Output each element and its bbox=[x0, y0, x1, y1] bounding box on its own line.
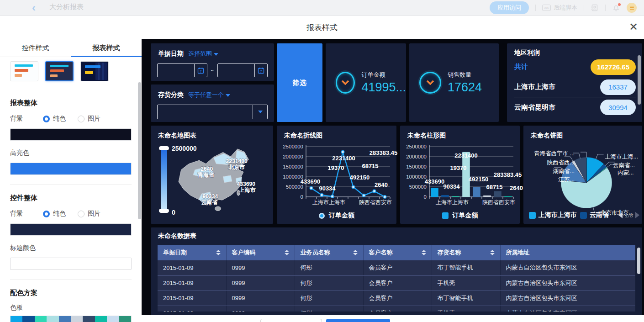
theme-thumbnail-deep[interactable] bbox=[80, 61, 109, 81]
radio-image[interactable]: 图片 bbox=[78, 210, 100, 218]
pie-legend-item[interactable]: 上海市上海市 bbox=[529, 211, 577, 219]
table-cell: 内蒙古自治区包头市东河区 bbox=[500, 306, 635, 311]
tab-report-style[interactable]: 报表样式 bbox=[71, 39, 142, 57]
palette-color[interactable] bbox=[22, 316, 34, 322]
bar-chart-title: 未命名柱形图 bbox=[400, 126, 520, 140]
palette-label: 色板 bbox=[10, 304, 132, 312]
svg-text:1500000: 1500000 bbox=[283, 164, 303, 169]
notification-bell-icon[interactable] bbox=[612, 4, 620, 12]
legend-square-marker bbox=[442, 212, 449, 219]
svg-text:492150: 492150 bbox=[350, 174, 370, 181]
sidebar-scrollbar[interactable] bbox=[138, 82, 141, 219]
pie-legend-item[interactable]: 云南省昆明市 bbox=[580, 211, 608, 219]
calendar-icon[interactable]: 7 bbox=[194, 64, 207, 77]
confirm-button[interactable] bbox=[326, 319, 390, 322]
highlight-color-swatch[interactable] bbox=[10, 163, 132, 175]
sort-icon[interactable] bbox=[216, 250, 221, 255]
table-column-header[interactable]: 客户名称 bbox=[363, 245, 432, 260]
category-mode-dropdown[interactable]: 等于任意一个 bbox=[188, 91, 230, 99]
category-select[interactable] bbox=[157, 105, 268, 119]
title-color-input[interactable] bbox=[10, 258, 132, 270]
user-avatar[interactable] bbox=[627, 3, 637, 13]
filter-button[interactable]: 筛选 bbox=[277, 43, 322, 122]
radio-solid-color[interactable]: 纯色 bbox=[43, 115, 66, 123]
backend-script-button[interactable]: </> 后端脚本 bbox=[542, 4, 577, 12]
table-column-header[interactable]: 存货名称 bbox=[432, 245, 500, 260]
palette-color[interactable] bbox=[71, 316, 83, 322]
svg-text:283383.45: 283383.45 bbox=[370, 149, 397, 156]
date-end-input[interactable]: 7 bbox=[217, 63, 268, 77]
palette-color[interactable] bbox=[11, 316, 22, 322]
sidebar-tabs: 控件样式 报表样式 bbox=[0, 39, 142, 57]
legend-label: 订单金额 bbox=[329, 211, 354, 220]
pagination-prev-icon[interactable] bbox=[618, 212, 623, 218]
control-bg-color-swatch[interactable] bbox=[10, 223, 132, 236]
close-icon[interactable]: ✕ bbox=[629, 21, 638, 33]
report-bg-color-swatch[interactable] bbox=[10, 128, 132, 141]
svg-text:0: 0 bbox=[301, 194, 303, 200]
radio-solid-label: 纯色 bbox=[53, 115, 66, 123]
table-cell: 会员客户 bbox=[363, 275, 432, 290]
sort-icon[interactable] bbox=[285, 250, 289, 255]
table-cell: 内蒙古自治区包头市东河区 bbox=[500, 275, 635, 290]
palette-color[interactable] bbox=[35, 316, 47, 322]
category-mode-label: 等于任意一个 bbox=[188, 91, 224, 98]
table-column-header[interactable]: 单据日期 bbox=[158, 245, 226, 260]
table-column-header[interactable]: 业务员名称 bbox=[295, 245, 363, 260]
table-row[interactable]: 2015-01-090999何彤会员客户手机壳内蒙古自治区包头市东河区 bbox=[158, 275, 635, 290]
pie-chart-title: 未命名饼图 bbox=[523, 126, 642, 140]
table-row[interactable]: 2015-01-090999何彤会员客户布丁智能手机内蒙古自治区包头市东河区 bbox=[158, 290, 635, 306]
select-dropdown-icon[interactable] bbox=[253, 105, 267, 119]
color-palette[interactable] bbox=[10, 316, 132, 322]
table-row[interactable]: 2015-01-090999何彤会员客户手机壳内蒙古自治区包头市东河区 bbox=[158, 306, 635, 311]
palette-color[interactable] bbox=[83, 316, 95, 322]
table-scrollbar[interactable] bbox=[637, 248, 640, 274]
calendar-icon[interactable]: 7 bbox=[254, 64, 267, 77]
radio-solid-color[interactable]: 纯色 bbox=[43, 210, 66, 218]
sort-icon[interactable] bbox=[422, 250, 426, 255]
bar-chart[interactable]: 05000001000000150000020000002500000上海市上海… bbox=[400, 141, 520, 210]
pie-chart-legend: 上海市上海市 云南省昆明市 1/8 bbox=[529, 211, 639, 219]
sort-icon[interactable] bbox=[353, 250, 358, 255]
line-chart[interactable]: 05000001000000150000020000002500000上海市上海… bbox=[277, 141, 396, 210]
palette-color[interactable] bbox=[119, 316, 131, 322]
kpi-label: 销售数量 bbox=[448, 71, 482, 79]
pagination-next-icon[interactable] bbox=[635, 212, 639, 218]
palette-color[interactable] bbox=[47, 316, 58, 322]
radio-image[interactable]: 图片 bbox=[78, 115, 100, 123]
svg-text:19370: 19370 bbox=[450, 164, 466, 171]
line-chart-legend[interactable]: 订单金额 bbox=[277, 211, 396, 220]
date-filter-label: 单据日期 bbox=[158, 50, 184, 58]
region-profit-row: 共计162726.65 bbox=[514, 57, 636, 77]
kpi-card-order-amount: 订单金额 41995... bbox=[326, 43, 406, 122]
svg-text:90334: 90334 bbox=[202, 193, 218, 200]
palette-color[interactable] bbox=[59, 316, 71, 322]
table-cell: 内蒙古自治区包头市东河区 bbox=[500, 260, 635, 275]
theme-thumbnail-dark[interactable] bbox=[45, 61, 74, 81]
table-row[interactable]: 2015-01-090999何彤会员客户布丁智能手机内蒙古自治区包头市东河区 bbox=[158, 260, 635, 275]
legend-pagination: 1/8 bbox=[618, 212, 639, 219]
region-scrollbar[interactable] bbox=[638, 55, 641, 105]
title-color-label: 标题颜色 bbox=[10, 244, 132, 252]
tab-control-style[interactable]: 控件样式 bbox=[0, 39, 71, 57]
back-chevron-icon[interactable]: ‹ bbox=[32, 1, 36, 15]
palette-color[interactable] bbox=[107, 316, 119, 322]
theme-thumbnail-light[interactable] bbox=[10, 61, 38, 81]
table-column-header[interactable]: 客户编码 bbox=[226, 245, 295, 260]
legend-label: 云南省昆明市 bbox=[590, 211, 608, 219]
pagination-text: 1/8 bbox=[625, 212, 633, 219]
date-range-mode-dropdown[interactable]: 选择范围 bbox=[188, 50, 218, 58]
bar-chart-legend[interactable]: 订单金额 bbox=[400, 211, 520, 220]
region-value-badge: 162726.65 bbox=[591, 59, 636, 75]
sort-icon[interactable] bbox=[490, 250, 495, 255]
date-start-input[interactable]: 7 bbox=[157, 63, 207, 77]
app-access-button[interactable]: 应用访问 bbox=[490, 1, 529, 14]
table-cell: 2015-01-09 bbox=[158, 260, 226, 275]
svg-text:陕西省西安市: 陕西省西安市 bbox=[359, 199, 392, 206]
china-map[interactable]: 2231400北京市2640青海省433690上海市90334云南省 bbox=[173, 142, 271, 221]
map-color-legend bbox=[161, 148, 167, 211]
cancel-button[interactable] bbox=[260, 319, 322, 322]
radio-image-label: 图片 bbox=[88, 210, 100, 218]
palette-color[interactable] bbox=[95, 316, 107, 322]
contacts-icon[interactable] bbox=[591, 4, 599, 12]
